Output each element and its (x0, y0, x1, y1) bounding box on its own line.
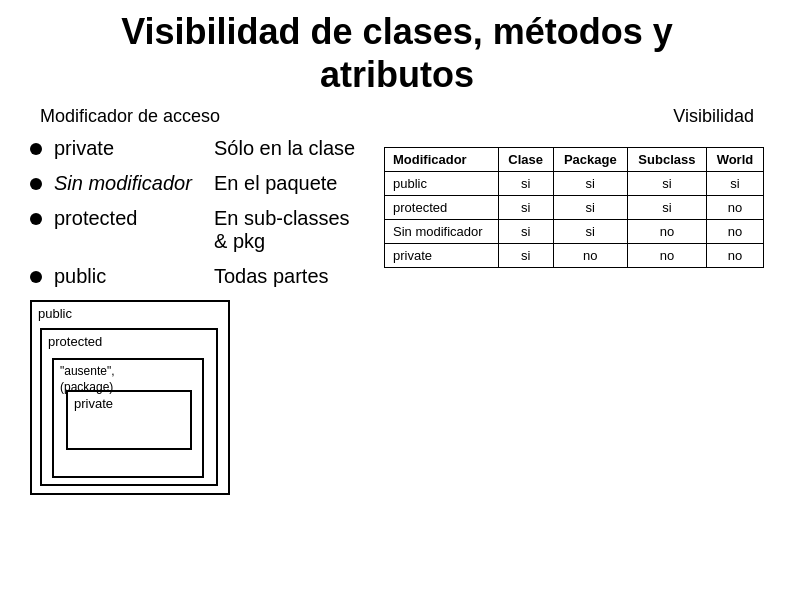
table-row: private si no no no (385, 244, 764, 268)
table-row: Sin modificador si si no no (385, 220, 764, 244)
row-private-modificador: private (385, 244, 499, 268)
page-title: Visibilidad de clases, métodos y atribut… (30, 10, 764, 96)
row-public-clase: si (498, 172, 553, 196)
row-sinmod-modificador: Sin modificador (385, 220, 499, 244)
right-column: Modificador Clase Package Subclass World… (384, 137, 764, 495)
row-sinmod-package: si (553, 220, 627, 244)
col-header-clase: Clase (498, 148, 553, 172)
item-visibility-private: Sólo en la clase (214, 137, 355, 160)
modificador-label: Modificador de acceso (40, 106, 220, 127)
row-private-package: no (553, 244, 627, 268)
row-sinmod-subclass: no (627, 220, 706, 244)
box-private: private (66, 390, 192, 450)
table-row: protected si si si no (385, 196, 764, 220)
subtitle-row: Modificador de acceso Visibilidad (30, 106, 764, 127)
item-text-public: public (54, 265, 214, 288)
row-protected-modificador: protected (385, 196, 499, 220)
nested-boxes-diagram: public protected "ausente",(package) pri… (30, 300, 230, 495)
row-private-clase: si (498, 244, 553, 268)
bullet-protected (30, 213, 42, 225)
row-private-subclass: no (627, 244, 706, 268)
bullet-public (30, 271, 42, 283)
item-text-private: private (54, 137, 214, 160)
row-protected-clase: si (498, 196, 553, 220)
table-row: public si si si si (385, 172, 764, 196)
box-label-private: private (74, 396, 113, 411)
list-item-public: public Todas partes (30, 265, 364, 288)
box-label-public: public (38, 306, 72, 321)
item-visibility-sin-modificador: En el paquete (214, 172, 337, 195)
item-visibility-public: Todas partes (214, 265, 329, 288)
row-sinmod-clase: si (498, 220, 553, 244)
list-item-private: private Sólo en la clase (30, 137, 364, 160)
col-header-package: Package (553, 148, 627, 172)
row-public-subclass: si (627, 172, 706, 196)
item-text-protected: protected (54, 207, 214, 230)
bullet-private (30, 143, 42, 155)
row-public-world: si (706, 172, 763, 196)
col-header-world: World (706, 148, 763, 172)
page: Visibilidad de clases, métodos y atribut… (0, 0, 794, 595)
col-header-modificador: Modificador (385, 148, 499, 172)
box-label-protected: protected (48, 334, 102, 349)
left-column: private Sólo en la clase Sin modificador… (30, 137, 364, 495)
row-sinmod-world: no (706, 220, 763, 244)
item-text-sin-modificador: Sin modificador (54, 172, 214, 195)
table-header-row: Modificador Clase Package Subclass World (385, 148, 764, 172)
list-item-sin-modificador: Sin modificador En el paquete (30, 172, 364, 195)
visibilidad-label: Visibilidad (673, 106, 754, 127)
row-protected-world: no (706, 196, 763, 220)
col-header-subclass: Subclass (627, 148, 706, 172)
row-protected-subclass: si (627, 196, 706, 220)
row-private-world: no (706, 244, 763, 268)
row-public-package: si (553, 172, 627, 196)
content-area: private Sólo en la clase Sin modificador… (30, 137, 764, 495)
item-visibility-protected: En sub-classes & pkg (214, 207, 364, 253)
row-public-modificador: public (385, 172, 499, 196)
row-protected-package: si (553, 196, 627, 220)
bullet-sin-modificador (30, 178, 42, 190)
list-item-protected: protected En sub-classes & pkg (30, 207, 364, 253)
visibility-table: Modificador Clase Package Subclass World… (384, 147, 764, 268)
